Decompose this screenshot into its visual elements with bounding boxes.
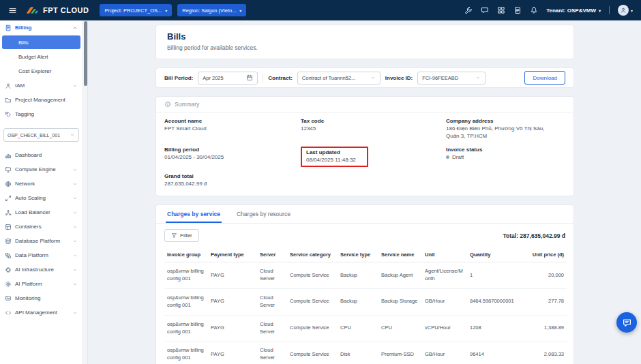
summary-last-updated: Last updated 08/04/2025 11:48:32: [301, 147, 446, 168]
chevron-down-icon: [475, 75, 481, 80]
sidebar: BillingBillsBudget AlertCost ExplorerIAM…: [0, 20, 83, 364]
summary-billing-period: Billing period 01/04/2025 - 30/04/2025: [164, 147, 301, 168]
project-selector-label: Project: PROJECT_OS...: [104, 7, 162, 14]
cell-payment-type: PAYG: [208, 342, 257, 364]
sidebar-item-ai-platform[interactable]: AI Platform: [0, 277, 83, 291]
cell-service-category: Compute Service: [287, 288, 338, 315]
sidebar-project-select[interactable]: OSP_CHECK_BILL_001: [3, 128, 79, 142]
tab-charges-by-service[interactable]: Charges by service: [166, 205, 222, 223]
cell-invoice-group: osp&vmw billing config 001: [164, 288, 208, 315]
sidebar-item-containers[interactable]: Containers: [0, 219, 83, 234]
database-icon: [5, 238, 12, 245]
sidebar-item-label: Cost Explorer: [18, 68, 51, 74]
api-icon: [5, 309, 12, 316]
sidebar-item-network[interactable]: Network: [0, 177, 83, 191]
filter-button[interactable]: Filter: [164, 229, 199, 242]
sidebar-item-database-platform[interactable]: Database Platform: [0, 234, 83, 248]
chevron-down-icon: [72, 224, 78, 230]
divider: [609, 6, 610, 14]
cell-service-name: Premium-SSD: [378, 342, 422, 364]
cell-invoice-group: osp&vmw billing config 001: [164, 315, 208, 342]
menu-icon[interactable]: [8, 6, 17, 15]
col-header-service-category: Service category: [287, 247, 338, 262]
sidebar-item-data-platform[interactable]: Data Platform: [0, 248, 83, 262]
sidebar-item-budget-alert[interactable]: Budget Alert: [0, 50, 83, 64]
iam-icon: [5, 82, 12, 89]
sidebar-item-monitoring[interactable]: Monitoring: [0, 291, 83, 305]
sidebar-item-label: Compute Engine: [15, 166, 56, 172]
summary-invoice-status: Invoice status Draft: [446, 147, 565, 168]
tenant-selector[interactable]: Tenant: OSP&VMW ▾: [546, 7, 601, 14]
bill-period-input[interactable]: Apr 2025: [198, 72, 258, 85]
sidebar-item-dashboard[interactable]: Dashboard: [0, 148, 83, 162]
col-header-service-name: Service name: [378, 247, 422, 262]
sidebar-item-billing[interactable]: Billing: [0, 20, 83, 35]
summary-title: Summary: [175, 101, 199, 108]
region-selector-label: Region: Saigon (Vietn...: [182, 7, 236, 14]
chevron-down-icon: [370, 75, 376, 80]
sidebar-item-tagging[interactable]: Tagging: [0, 107, 83, 121]
cell-service-category: Compute Service: [287, 342, 338, 364]
cell-service-name: Backup Agent: [378, 262, 422, 289]
sidebar-item-load-balancer[interactable]: Load Balancer: [0, 205, 83, 219]
dataplatform-icon: [5, 252, 12, 259]
sidebar-item-auto-scaling[interactable]: Auto Scaling: [0, 191, 83, 205]
topbar-actions: Tenant: OSP&VMW ▾ ▾: [464, 5, 633, 16]
support-chat-icon: [622, 318, 632, 328]
project-icon: [5, 97, 12, 104]
cell-unit-price: 20,000: [519, 262, 567, 289]
support-fab[interactable]: [616, 312, 637, 333]
tag-icon: [5, 111, 12, 118]
main-content: Bills Billing period for available servi…: [89, 20, 641, 364]
apps-grid-icon[interactable]: [497, 6, 505, 14]
wrench-icon[interactable]: [464, 6, 473, 14]
cell-unit: GB/Hour: [422, 342, 467, 364]
sidebar-item-api-management[interactable]: API Management: [0, 305, 83, 320]
sidebar-item-bills[interactable]: Bills: [2, 35, 80, 49]
filter-bar: Bill Period: Apr 2025 Contract: Contract…: [155, 67, 574, 88]
cell-quantity: 1: [467, 262, 519, 289]
sidebar-item-cost-explorer[interactable]: Cost Explorer: [0, 64, 83, 78]
region-selector[interactable]: Region: Saigon (Vietn... ▾: [177, 4, 246, 16]
user-menu[interactable]: ▾: [618, 5, 633, 16]
chevron-down-icon: [72, 83, 78, 89]
chat-icon[interactable]: [481, 6, 489, 14]
containers-icon: [5, 224, 12, 230]
sidebar-item-label: Tagging: [15, 111, 34, 117]
sidebar-scrollbar[interactable]: [83, 20, 88, 364]
caret-down-icon: ▾: [239, 8, 241, 13]
sidebar-item-iam[interactable]: IAM: [0, 78, 83, 93]
status-badge: Draft: [452, 154, 464, 162]
chevron-down-icon: [72, 181, 78, 187]
sidebar-item-ai-infrastructure[interactable]: AI Infrastructure: [0, 262, 83, 277]
cell-unit-price: 277.78: [519, 288, 567, 315]
clipboard-icon[interactable]: [513, 6, 522, 14]
sidebar-item-project-management[interactable]: Project Management: [0, 93, 83, 107]
loadbalancer-icon: [5, 209, 12, 216]
tab-charges-by-resource[interactable]: Charges by resource: [235, 205, 292, 223]
project-selector[interactable]: Project: PROJECT_OS... ▾: [100, 4, 172, 16]
dashboard-icon: [5, 152, 12, 159]
bell-icon[interactable]: [530, 6, 538, 14]
sidebar-project-select-value: OSP_CHECK_BILL_001: [8, 133, 60, 138]
col-header-unit-price: Unit price (đ): [519, 247, 567, 262]
bill-period-label: Bill Period:: [164, 75, 193, 81]
summary-company-address: Company address 186 Điện Biên Phủ, Phườn…: [446, 118, 565, 140]
user-icon: [620, 7, 627, 14]
ai-platform-icon: [5, 281, 12, 288]
summary-grand-total: Grand total 287,635,042.99 đ: [164, 173, 301, 188]
summary-grid: Account name FPT Smart Cloud Tax code 12…: [156, 112, 573, 196]
table-controls: Filter Total: 287,635,042.99 đ: [156, 224, 573, 246]
cell-invoice-group: osp&vmw billing config 001: [164, 342, 208, 364]
billing-icon: [5, 25, 12, 31]
sidebar-item-label: AI Infrastructure: [15, 267, 54, 273]
scrollbar-thumb[interactable]: [84, 21, 87, 86]
chevron-down-icon: [72, 267, 78, 273]
sidebar-item-compute-engine[interactable]: Compute Engine: [0, 162, 83, 177]
download-button[interactable]: Download: [524, 71, 565, 85]
cell-service-category: Compute Service: [287, 315, 338, 342]
chevron-down-icon: [70, 132, 75, 138]
contract-select[interactable]: Contract of Tuannn52...: [297, 72, 381, 85]
sidebar-item-label: Monitoring: [15, 295, 40, 301]
invoice-id-select[interactable]: FCI-96FEEABD: [417, 72, 486, 85]
